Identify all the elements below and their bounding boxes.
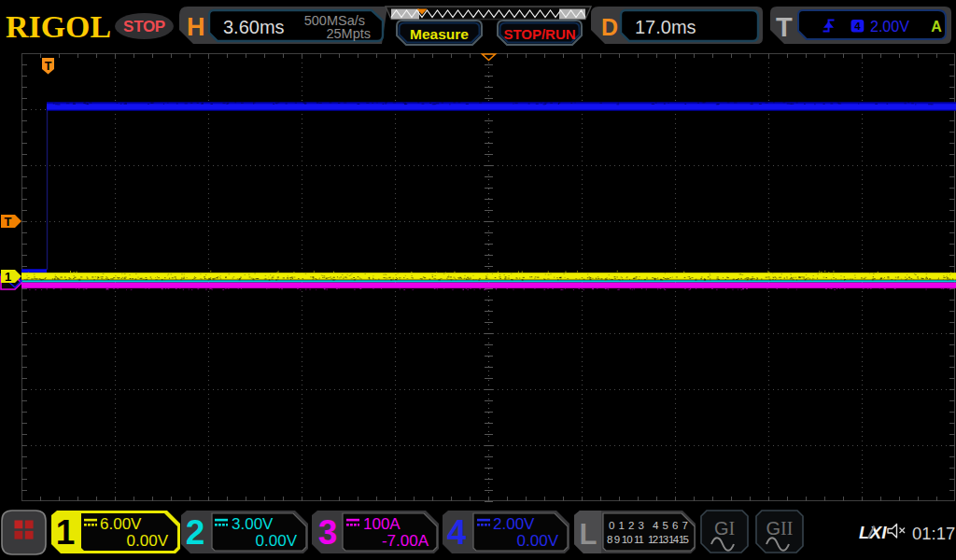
svg-text:6.00V: 6.00V — [100, 515, 142, 533]
svg-text:0.00V: 0.00V — [256, 532, 298, 550]
svg-text:3.00V: 3.00V — [232, 515, 274, 533]
svg-text:A: A — [931, 19, 942, 35]
svg-text:D: D — [601, 14, 618, 40]
svg-text:01:17: 01:17 — [912, 524, 955, 543]
svg-text:0 1 2 3: 0 1 2 3 — [609, 520, 644, 531]
svg-text:1: 1 — [5, 270, 11, 284]
svg-text:H: H — [187, 13, 205, 41]
svg-text:2.00V: 2.00V — [870, 19, 909, 35]
svg-text:8 9 10 11: 8 9 10 11 — [607, 534, 644, 545]
svg-text:0.00V: 0.00V — [517, 532, 559, 550]
svg-text:GII: GII — [766, 518, 794, 539]
svg-text:2: 2 — [186, 513, 205, 552]
svg-text:4: 4 — [447, 513, 467, 552]
svg-text:T: T — [5, 215, 12, 229]
svg-text:0.00V: 0.00V — [127, 532, 169, 550]
svg-text:25Mpts: 25Mpts — [326, 26, 371, 41]
svg-text:T: T — [45, 60, 52, 73]
svg-text:12 13 14 15: 12 13 14 15 — [648, 534, 689, 545]
svg-text:GI: GI — [714, 518, 735, 539]
svg-text:100A: 100A — [363, 515, 401, 533]
svg-text:RIGOL: RIGOL — [6, 9, 111, 44]
svg-text:LXI: LXI — [859, 523, 887, 542]
svg-text:3: 3 — [318, 513, 338, 552]
svg-text:STOP: STOP — [123, 18, 165, 35]
svg-text:L: L — [580, 518, 598, 551]
svg-text:STOP/RUN: STOP/RUN — [503, 26, 575, 42]
svg-text:Measure: Measure — [410, 26, 469, 42]
svg-text:3.60ms: 3.60ms — [223, 17, 285, 37]
svg-text:17.0ms: 17.0ms — [635, 17, 696, 37]
svg-text:4 5 6 7: 4 5 6 7 — [653, 520, 688, 531]
svg-text:-7.00A: -7.00A — [382, 532, 429, 550]
svg-text:T: T — [776, 12, 793, 42]
svg-text:2.00V: 2.00V — [493, 515, 535, 533]
svg-text:1: 1 — [56, 513, 76, 552]
svg-text:4: 4 — [854, 21, 861, 32]
